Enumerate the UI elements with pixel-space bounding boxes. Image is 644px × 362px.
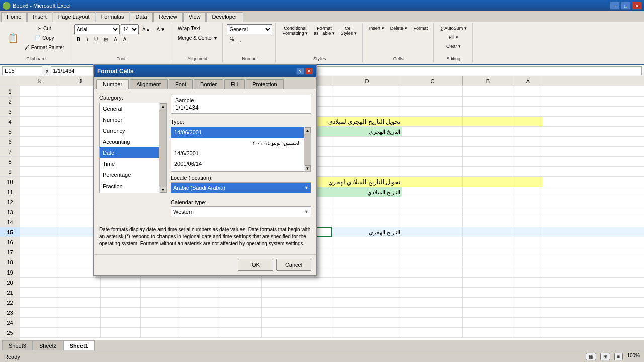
increase-font-button[interactable]: A▲ — [140, 24, 153, 34]
tab-font[interactable]: Font — [169, 79, 193, 89]
normal-view-button[interactable]: ▦ — [586, 353, 596, 360]
name-box[interactable] — [2, 66, 42, 75]
cell-A1[interactable] — [513, 86, 543, 96]
dialog-help-button[interactable]: ? — [296, 68, 304, 75]
cell-B2[interactable] — [463, 97, 513, 106]
format-as-table-button[interactable]: Formatas Table ▾ — [311, 24, 337, 37]
category-general[interactable]: General — [100, 103, 159, 114]
dialog-close-button[interactable]: ✕ — [305, 68, 313, 75]
sheet-tab-sheet3[interactable]: Sheet3 — [2, 340, 33, 350]
type-scroll-up[interactable]: ▲ — [305, 127, 311, 133]
type-item-2[interactable]: 14/6/2001 — [171, 148, 304, 159]
type-list[interactable]: 14/06/2001 الخميس، يونيو ١٤، ٢٠٠١ 14/6/2… — [171, 127, 304, 172]
category-list[interactable]: General Number Currency Accounting Date … — [99, 103, 159, 193]
tab-view[interactable]: View — [183, 12, 206, 22]
delete-button[interactable]: Delete ▾ — [388, 24, 410, 32]
category-currency[interactable]: Currency — [100, 125, 159, 136]
category-scrollbar[interactable]: ▲ ▼ — [159, 103, 167, 193]
format-painter-button[interactable]: 🖌 Format Painter — [22, 43, 67, 52]
tab-protection[interactable]: Protection — [246, 79, 284, 89]
sheet-tab-sheet1[interactable]: Sheet1 — [63, 340, 95, 350]
cell-styles-button[interactable]: CellStyles ▾ — [338, 24, 359, 37]
cell-A4[interactable] — [513, 117, 543, 126]
category-fraction[interactable]: Fraction — [100, 180, 159, 192]
cell-K5[interactable] — [20, 127, 60, 136]
italic-button[interactable]: I — [84, 35, 91, 44]
col-header-B[interactable]: B — [463, 76, 513, 86]
locale-dropdown[interactable]: Arabic (Saudi Arabia) ▼ — [171, 182, 311, 193]
tab-number[interactable]: Number — [96, 79, 129, 89]
underline-button[interactable]: U — [92, 35, 100, 44]
category-scroll-up[interactable]: ▲ — [160, 103, 166, 109]
tab-alignment[interactable]: Alignment — [130, 79, 168, 89]
col-header-K[interactable]: K — [20, 76, 60, 86]
category-accounting[interactable]: Accounting — [100, 136, 159, 147]
ok-button[interactable]: OK — [238, 259, 273, 271]
type-item-0[interactable]: 14/06/2001 — [171, 127, 304, 138]
cell-K4[interactable] — [20, 117, 60, 126]
merge-center-button[interactable]: Merge & Center ▾ — [175, 34, 219, 42]
type-item-4[interactable]: ١٢/٦/٢٠٠١ ١:٢٠ م — [171, 169, 304, 172]
category-number[interactable]: Number — [100, 114, 159, 125]
calendar-dropdown[interactable]: Western ▼ — [171, 206, 311, 217]
category-date[interactable]: Date — [100, 147, 159, 158]
cell-K1[interactable] — [20, 86, 60, 96]
insert-button[interactable]: Insert ▾ — [367, 24, 387, 32]
type-item-1[interactable]: الخميس، يونيو ١٤، ٢٠٠١ — [171, 138, 304, 148]
type-item-3[interactable]: 2001/06/14 — [171, 159, 304, 169]
cell-C5[interactable] — [403, 127, 463, 136]
tab-formulas[interactable]: Formulas — [96, 12, 130, 22]
cell-K2[interactable] — [20, 97, 60, 106]
tab-insert[interactable]: Insert — [27, 12, 52, 22]
tab-home[interactable]: Home — [1, 12, 27, 22]
fill-button[interactable]: Fill ▾ — [438, 33, 469, 41]
fill-color-button[interactable]: A — [111, 35, 120, 44]
category-percentage[interactable]: Percentage — [100, 169, 159, 180]
font-size-select[interactable]: 14 — [121, 24, 139, 34]
cell-D15[interactable]: التاريخ الهجري — [332, 227, 403, 237]
sheet-tab-sheet2[interactable]: Sheet2 — [33, 340, 63, 350]
cell-B1[interactable] — [463, 86, 513, 96]
decrease-font-button[interactable]: A▼ — [154, 24, 168, 34]
cell-C4[interactable] — [403, 117, 463, 126]
tab-border[interactable]: Border — [194, 79, 223, 89]
cell-B3[interactable] — [463, 107, 513, 116]
bold-button[interactable]: B — [74, 35, 83, 44]
cell-D3[interactable] — [332, 107, 403, 116]
cell-D2[interactable] — [332, 97, 403, 106]
cut-button[interactable]: ✂ Cut — [22, 24, 67, 33]
cell-B5[interactable] — [463, 127, 513, 136]
border-button[interactable]: ⊞ — [101, 35, 110, 44]
cell-A5[interactable] — [513, 127, 543, 136]
cell-D1[interactable] — [332, 86, 403, 96]
tab-page-layout[interactable]: Page Layout — [53, 12, 95, 22]
paste-button[interactable]: 📋 — [5, 28, 21, 48]
close-button[interactable]: ✕ — [632, 2, 642, 10]
copy-button[interactable]: 📄 Copy — [22, 34, 67, 42]
wrap-text-button[interactable]: Wrap Text — [175, 24, 203, 33]
cell-C3[interactable] — [403, 107, 463, 116]
autosum-button[interactable]: ∑ AutoSum ▾ — [438, 24, 469, 32]
page-break-view-button[interactable]: ≡ — [614, 353, 623, 360]
cancel-button[interactable]: Cancel — [276, 259, 311, 271]
minimize-button[interactable]: ─ — [610, 2, 620, 10]
cell-C2[interactable] — [403, 97, 463, 106]
category-time[interactable]: Time — [100, 158, 159, 169]
number-format-select[interactable]: General — [227, 24, 272, 34]
type-scroll-track[interactable] — [304, 133, 311, 165]
percent-button[interactable]: % — [227, 35, 236, 44]
page-layout-view-button[interactable]: ⊞ — [600, 353, 610, 360]
cell-K6[interactable] — [20, 137, 60, 146]
col-header-C[interactable]: C — [403, 76, 463, 86]
clear-button[interactable]: Clear ▾ — [438, 42, 469, 50]
tab-developer[interactable]: Developer — [206, 12, 243, 22]
cell-K3[interactable] — [20, 107, 60, 116]
cell-A3[interactable] — [513, 107, 543, 116]
conditional-formatting-button[interactable]: ConditionalFormatting ▾ — [280, 24, 310, 37]
category-scroll-down[interactable]: ▼ — [160, 187, 166, 193]
maximize-button[interactable]: □ — [621, 2, 631, 10]
font-color-button[interactable]: A — [121, 35, 129, 44]
tab-review[interactable]: Review — [153, 12, 183, 22]
type-scroll-down[interactable]: ▼ — [305, 165, 311, 171]
cell-B4[interactable] — [463, 117, 513, 126]
